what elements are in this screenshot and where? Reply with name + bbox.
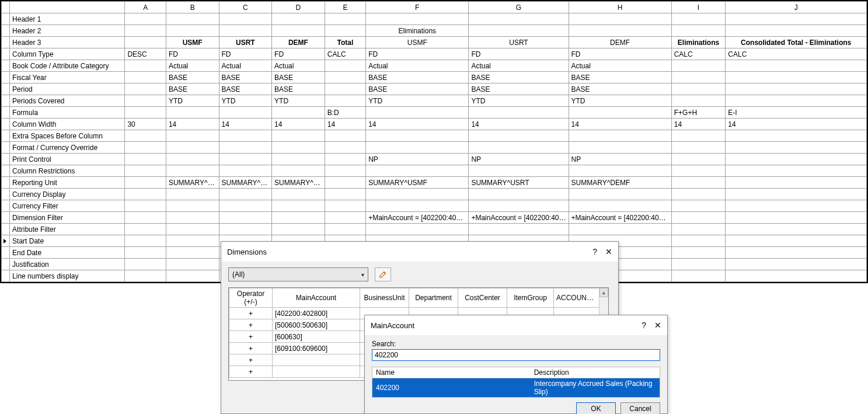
cell[interactable]: Actual <box>366 60 469 72</box>
cell[interactable]: SUMMARY^DEMF <box>272 177 325 189</box>
cell[interactable] <box>366 200 469 212</box>
cell[interactable] <box>219 107 272 119</box>
column-header-description[interactable]: Description <box>531 367 660 378</box>
cell[interactable]: Actual <box>272 60 325 72</box>
search-input[interactable] <box>372 349 660 361</box>
cell[interactable] <box>671 177 726 189</box>
cell[interactable] <box>166 224 219 235</box>
search-results-table[interactable]: Name Description 402200 Intercompany Acc… <box>372 367 660 398</box>
cell[interactable]: Eliminations <box>671 37 726 48</box>
cell[interactable] <box>166 200 219 212</box>
cell[interactable]: BASE <box>366 84 469 95</box>
cell[interactable] <box>726 165 867 177</box>
cell[interactable]: SUMMARY^USRT <box>219 177 272 189</box>
cell[interactable]: YTD <box>366 95 469 107</box>
column-header-D[interactable]: D <box>272 2 325 13</box>
cell[interactable]: Eliminations <box>366 25 469 37</box>
cell[interactable] <box>219 130 272 142</box>
cell[interactable] <box>325 72 365 84</box>
cell[interactable]: SUMMARY^USRT <box>469 177 569 189</box>
cell[interactable] <box>726 259 867 270</box>
cell[interactable]: B:D <box>325 107 365 119</box>
cell[interactable] <box>671 259 726 270</box>
cell[interactable] <box>125 13 166 25</box>
cell[interactable] <box>671 224 726 235</box>
cell[interactable]: +MainAccount = [402200:4028... <box>569 212 671 224</box>
column-header-E[interactable]: E <box>325 2 365 13</box>
mainaccount-cell[interactable] <box>273 354 360 366</box>
cell[interactable] <box>569 13 671 25</box>
cell[interactable] <box>125 60 166 72</box>
cell[interactable]: USMF <box>166 37 219 48</box>
cell[interactable] <box>219 224 272 235</box>
cell[interactable] <box>166 235 219 247</box>
cell[interactable] <box>166 13 219 25</box>
column-header-F[interactable]: F <box>366 2 469 13</box>
column-header-G[interactable]: G <box>469 2 569 13</box>
cell[interactable] <box>469 224 569 235</box>
cell[interactable]: BASE <box>219 72 272 84</box>
cell[interactable] <box>671 212 726 224</box>
cell[interactable]: DESC <box>125 48 166 60</box>
cell[interactable]: YTD <box>166 95 219 107</box>
row-handle[interactable] <box>2 25 10 37</box>
cell[interactable] <box>325 165 365 177</box>
cell[interactable] <box>671 72 726 84</box>
cell[interactable] <box>469 200 569 212</box>
dim-column-header[interactable]: Operator(+/-) <box>229 288 273 308</box>
cell[interactable]: E-I <box>726 107 867 119</box>
cell[interactable]: F+G+H <box>671 107 726 119</box>
row-handle[interactable] <box>2 189 10 200</box>
cell[interactable] <box>272 107 325 119</box>
dim-column-header[interactable]: CostCenter <box>458 288 507 308</box>
row-handle[interactable] <box>2 48 10 60</box>
cell[interactable]: FD <box>469 48 569 60</box>
cell[interactable] <box>569 107 671 119</box>
row-handle[interactable] <box>2 107 10 119</box>
cell[interactable]: 14 <box>272 119 325 130</box>
cell[interactable] <box>366 189 469 200</box>
cell[interactable]: 14 <box>325 119 365 130</box>
cell[interactable] <box>166 270 219 282</box>
cell[interactable] <box>726 13 867 25</box>
cell[interactable]: Actual <box>569 60 671 72</box>
row-handle[interactable] <box>2 270 10 282</box>
cell[interactable] <box>272 154 325 165</box>
cell[interactable]: FD <box>569 48 671 60</box>
cell[interactable] <box>569 224 671 235</box>
ok-button[interactable]: OK <box>576 402 616 414</box>
cell[interactable] <box>125 84 166 95</box>
column-header-B[interactable]: B <box>166 2 219 13</box>
cell[interactable] <box>272 224 325 235</box>
cell[interactable]: SUMMARY^DEMF <box>569 177 671 189</box>
cell[interactable] <box>325 224 365 235</box>
cell[interactable] <box>726 72 867 84</box>
cell[interactable] <box>671 130 726 142</box>
dialog-titlebar[interactable]: Dimensions ? ✕ <box>221 242 618 262</box>
cell[interactable]: BASE <box>166 72 219 84</box>
cell[interactable] <box>125 224 166 235</box>
cell[interactable]: YTD <box>272 95 325 107</box>
cell[interactable]: DEMF <box>569 37 671 48</box>
cell[interactable] <box>671 95 726 107</box>
row-handle[interactable] <box>2 95 10 107</box>
cell[interactable] <box>219 189 272 200</box>
cell[interactable]: FD <box>219 48 272 60</box>
cell[interactable] <box>671 13 726 25</box>
cell[interactable] <box>125 177 166 189</box>
dim-column-header[interactable]: ItemGroup <box>507 288 554 308</box>
cell[interactable] <box>671 84 726 95</box>
mainaccount-cell[interactable] <box>273 366 360 378</box>
operator-cell[interactable]: + <box>229 319 273 331</box>
row-handle[interactable] <box>2 37 10 48</box>
cell[interactable] <box>569 25 671 37</box>
cell[interactable] <box>726 84 867 95</box>
cell[interactable] <box>166 107 219 119</box>
cell[interactable] <box>671 60 726 72</box>
row-handle[interactable] <box>2 154 10 165</box>
cell[interactable] <box>272 189 325 200</box>
cell[interactable]: 14 <box>569 119 671 130</box>
cell[interactable] <box>325 25 365 37</box>
row-handle[interactable] <box>2 259 10 270</box>
cell[interactable] <box>125 212 166 224</box>
